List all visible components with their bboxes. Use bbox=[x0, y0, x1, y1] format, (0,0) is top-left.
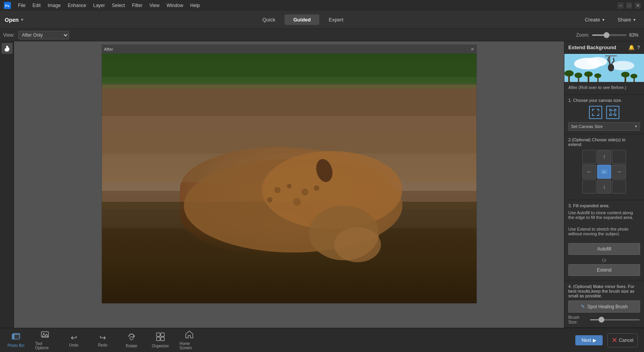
menu-select[interactable]: Select bbox=[109, 2, 128, 9]
close-button[interactable]: ✕ bbox=[635, 2, 641, 9]
organizer-tool[interactable]: Organizer bbox=[151, 332, 170, 348]
canvas-size-expand-icon[interactable] bbox=[606, 106, 619, 119]
undo-tool[interactable]: ↩ Undo bbox=[64, 333, 84, 347]
create-button[interactable]: Create ▼ bbox=[582, 15, 608, 24]
svg-rect-50 bbox=[161, 337, 164, 341]
panel-icons: 🔔 ? bbox=[628, 44, 640, 50]
svg-point-12 bbox=[287, 184, 292, 188]
step4-label: 4. (Optional) Make minor fixes. For best… bbox=[568, 284, 640, 298]
step3-label: 3. Fill expanded area. bbox=[568, 203, 640, 208]
menu-enhance[interactable]: Enhance bbox=[64, 2, 89, 9]
view-select[interactable]: After Only Before Only Before & After - … bbox=[18, 31, 69, 39]
menu-bar: Ps File Edit Image Enhance Layer Select … bbox=[0, 0, 644, 11]
tab-quick[interactable]: Quick bbox=[254, 14, 284, 25]
svg-text:Ps: Ps bbox=[5, 4, 9, 8]
bottom-bar: Photo Bin Tool Options ↩ Undo ↪ Redo Rot… bbox=[0, 328, 644, 352]
rotate-label: Rotate bbox=[126, 344, 137, 348]
minimize-button[interactable]: ─ bbox=[617, 2, 624, 9]
svg-point-10 bbox=[334, 227, 381, 262]
svg-point-16 bbox=[267, 197, 272, 203]
svg-rect-44 bbox=[14, 334, 20, 339]
share-button[interactable]: Share ▼ bbox=[614, 15, 639, 24]
next-arrow-icon: ▶ bbox=[593, 338, 596, 343]
brush-size-slider[interactable] bbox=[590, 319, 640, 320]
svg-point-33 bbox=[594, 73, 601, 78]
cancel-button[interactable]: ✕ Cancel bbox=[607, 333, 638, 347]
rotate-tool[interactable]: Rotate bbox=[122, 332, 141, 348]
organizer-icon bbox=[156, 332, 165, 343]
hand-tool[interactable] bbox=[2, 43, 12, 54]
svg-point-31 bbox=[584, 71, 593, 77]
svg-point-27 bbox=[564, 70, 574, 76]
svg-rect-47 bbox=[157, 333, 160, 336]
step1-label: 1. Choose your canvas size. bbox=[568, 98, 640, 103]
autofill-button[interactable]: Autofill bbox=[568, 243, 640, 255]
photo-bin-label: Photo Bin bbox=[7, 343, 24, 348]
tool-options-icon bbox=[41, 330, 49, 341]
step3-desc2: Use Extend to stretch the photo without … bbox=[568, 227, 640, 236]
dir-down-button[interactable]: ↓ bbox=[597, 180, 611, 194]
svg-point-13 bbox=[301, 188, 308, 196]
next-button[interactable]: Next ▶ bbox=[575, 335, 603, 345]
dir-none-bottom-left bbox=[582, 180, 596, 194]
canvas-content bbox=[102, 53, 477, 303]
menu-layer[interactable]: Layer bbox=[90, 2, 108, 9]
undo-icon: ↩ bbox=[71, 333, 77, 342]
redo-tool[interactable]: ↪ Redo bbox=[93, 333, 112, 347]
step2-section: 2.(Optional) Choose side(s) to extend. ↑… bbox=[564, 134, 644, 200]
panel-notification-icon[interactable]: 🔔 bbox=[628, 44, 635, 50]
dir-left-button[interactable]: ← bbox=[582, 165, 596, 179]
canvas-area: After × bbox=[14, 41, 564, 328]
tab-guided[interactable]: Guided bbox=[285, 14, 319, 25]
redo-icon: ↪ bbox=[100, 333, 106, 342]
main-layout: After × bbox=[0, 41, 644, 328]
spot-healing-button[interactable]: ✎ Spot Healing Brush bbox=[568, 300, 640, 313]
menu-edit[interactable]: Edit bbox=[29, 2, 44, 9]
menu-filter[interactable]: Filter bbox=[129, 2, 146, 9]
open-chevron-icon: ▼ bbox=[20, 18, 24, 22]
open-button[interactable]: Open ▼ bbox=[5, 17, 24, 23]
menu-view[interactable]: View bbox=[146, 2, 163, 9]
home-screen-icon bbox=[185, 330, 194, 341]
direction-grid: ↑ ← → ↓ bbox=[568, 150, 640, 194]
svg-point-20 bbox=[588, 57, 607, 66]
home-screen-tool[interactable]: Home Screen bbox=[180, 330, 199, 350]
photo-bin-tool[interactable]: Photo Bin bbox=[6, 333, 26, 348]
canvas-size-dropdown-wrapper: Set Canvas Size Custom Size bbox=[568, 122, 640, 131]
canvas-size-dropdown[interactable]: Set Canvas Size Custom Size bbox=[568, 122, 640, 131]
menu-file[interactable]: File bbox=[15, 2, 28, 9]
view-label: View: bbox=[3, 32, 14, 38]
svg-point-14 bbox=[314, 185, 319, 191]
brush-size-row: Brush Size: bbox=[568, 315, 640, 324]
tab-expert[interactable]: Expert bbox=[320, 14, 352, 25]
app-logo: Ps bbox=[3, 1, 12, 10]
view-bar: View: After Only Before Only Before & Af… bbox=[0, 29, 644, 41]
undo-label: Undo bbox=[69, 343, 78, 347]
svg-point-35 bbox=[621, 72, 630, 77]
dir-up-button[interactable]: ↑ bbox=[597, 150, 611, 164]
toolbar-left: Open ▼ bbox=[5, 17, 24, 23]
tool-options-tool[interactable]: Tool Options bbox=[35, 330, 55, 350]
restore-button[interactable]: □ bbox=[626, 2, 632, 9]
panel-help-icon[interactable]: ? bbox=[637, 44, 640, 50]
menu-image[interactable]: Image bbox=[44, 2, 64, 9]
or-divider: Or bbox=[568, 258, 640, 263]
bottom-right-buttons: Next ▶ ✕ Cancel bbox=[575, 333, 638, 347]
menu-help[interactable]: Help bbox=[187, 2, 203, 9]
zoom-area: Zoom: 83% bbox=[576, 32, 641, 38]
step3-desc1: Use Autofill to clone content along the … bbox=[568, 210, 640, 220]
canvas-size-fit-icon[interactable] bbox=[589, 106, 602, 119]
svg-point-29 bbox=[575, 73, 582, 78]
menu-window[interactable]: Window bbox=[164, 2, 187, 9]
dir-center-button[interactable] bbox=[597, 165, 611, 179]
step4-section: 4. (Optional) Make minor fixes. For best… bbox=[564, 281, 644, 328]
svg-point-21 bbox=[611, 61, 634, 70]
dir-none-top-right bbox=[612, 150, 626, 164]
dir-none-bottom-right bbox=[612, 180, 626, 194]
dir-right-button[interactable]: → bbox=[612, 165, 626, 179]
preview-caption-section: After (Roll over to see Before.) bbox=[564, 82, 644, 95]
extend-button[interactable]: Extend bbox=[568, 264, 640, 276]
zoom-slider[interactable] bbox=[592, 34, 627, 36]
step2-label: 2.(Optional) Choose side(s) to extend. bbox=[568, 137, 640, 147]
canvas-close-icon[interactable]: × bbox=[471, 46, 474, 52]
